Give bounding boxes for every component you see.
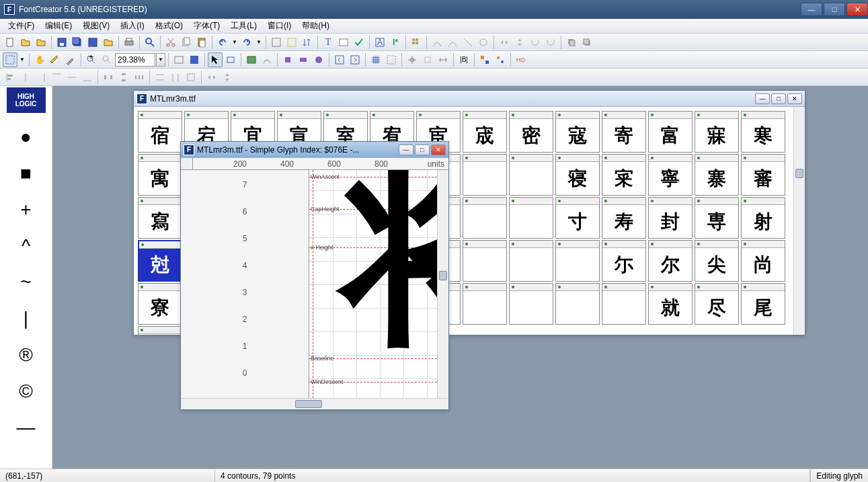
minimize-button[interactable]: — [801,3,822,16]
glyph-cell[interactable] [509,283,553,325]
install-icon[interactable] [101,35,116,50]
glyph-cell[interactable] [509,197,553,239]
shape-sq-icon[interactable] [280,52,295,67]
align-b-icon[interactable] [80,70,95,85]
glyph-cell[interactable]: 寒 [741,111,785,153]
check-icon[interactable] [352,35,366,50]
editor-vscroll[interactable] [437,170,448,398]
menu-help[interactable]: 帮助(H) [297,19,335,33]
contour-icon[interactable] [260,52,274,67]
sample-tilde[interactable]: ~ [7,266,46,298]
glyph-cell[interactable]: 封 [648,197,693,239]
menu-window[interactable]: 窗口(I) [262,19,297,33]
glyph-cell[interactable]: 寫 [138,197,182,239]
editor-window[interactable]: F MTLmr3m.ttf - Simple Glyph Index: $076… [180,141,449,410]
circle-icon[interactable] [476,35,491,50]
prev-icon[interactable] [332,52,347,67]
metrics-icon[interactable] [436,52,450,67]
flip-h-icon[interactable] [497,35,512,50]
same-w-icon[interactable] [153,70,167,85]
glyph-cell[interactable]: 尔 [648,240,693,282]
cut-icon[interactable] [163,35,178,50]
menu-insert[interactable]: 插入(I) [115,19,149,33]
find-icon[interactable] [143,35,157,50]
glyph-cell[interactable]: 寮 [138,283,182,325]
curve2-icon[interactable] [445,35,460,50]
font-max-button[interactable]: □ [771,93,786,104]
same-h-icon[interactable] [168,70,183,85]
glyph-cell[interactable] [509,154,553,196]
center-v-icon[interactable] [220,70,235,85]
glyph-cell[interactable] [555,240,600,282]
close-button[interactable]: ✕ [846,3,868,16]
dropdown-icon[interactable]: ▼ [255,35,263,50]
mode2-icon[interactable] [493,52,508,67]
menu-font[interactable]: 字体(T) [188,19,225,33]
sample-circle[interactable]: ● [7,121,46,153]
open-icon[interactable] [18,35,33,50]
glyph-cell[interactable]: 寇 [555,111,600,153]
select-icon[interactable] [3,52,17,67]
open2-icon[interactable] [34,35,48,50]
glyph-cell[interactable]: 寸 [555,197,600,239]
layer-icon[interactable] [564,35,579,50]
arrow-icon[interactable] [208,52,223,67]
glyph-cell[interactable]: 寨 [695,154,739,196]
dist-eq-icon[interactable] [132,70,147,85]
guides-icon[interactable] [384,52,399,67]
rotate-l-icon[interactable] [528,35,543,50]
zoom-dropdown[interactable]: ▼ [156,53,165,67]
glyph-cell[interactable]: 寿 [602,197,646,239]
glyph-cell[interactable]: 射 [741,197,785,239]
editor-min-button[interactable]: — [399,145,413,155]
glyph-cell[interactable]: 尿 [138,326,182,335]
save-icon[interactable] [54,35,69,50]
flip-v-icon[interactable] [512,35,527,50]
zoom-out-icon[interactable] [100,52,114,67]
sample-caret[interactable]: ^ [7,230,46,262]
dist-h-icon[interactable] [101,70,116,85]
sample-plus[interactable]: + [7,194,46,226]
saveall-icon[interactable] [70,35,85,50]
same-both-icon[interactable] [184,70,198,85]
sample-pipe[interactable]: | [7,303,46,335]
layer2-icon[interactable] [580,35,594,50]
align-l-icon[interactable] [3,70,17,85]
glyph-cell[interactable]: 寧 [648,154,693,196]
shape-circle-icon[interactable] [311,52,326,67]
glyph-cell[interactable]: 就 [648,283,693,325]
glyph-cell[interactable]: 尅 [138,240,182,282]
grid-toggle-icon[interactable] [368,52,383,67]
align-t-icon[interactable] [49,70,64,85]
glyph-cell[interactable]: 寓 [138,154,182,196]
test-icon[interactable]: A [372,35,387,50]
glyph-cell[interactable] [463,154,507,196]
dist-v-icon[interactable] [116,70,131,85]
snap1-icon[interactable] [405,52,420,67]
redo-icon[interactable] [239,35,254,50]
pen-icon[interactable] [48,52,63,67]
font-close-button[interactable]: ✕ [787,93,802,104]
grid-icon[interactable] [409,35,424,50]
glyph-cell[interactable]: 尾 [741,283,785,325]
glyph-cell[interactable]: 寝 [555,154,600,196]
zoom-in-icon[interactable]: + [84,52,99,67]
editor-canvas[interactable]: WinAscent CapHeight x-Height Baseline Wi… [309,170,437,398]
center-h-icon[interactable] [204,70,219,85]
preview-icon[interactable] [336,35,351,50]
glyph-cell[interactable]: 審 [741,154,785,196]
glyph-cell[interactable]: 尖 [695,240,739,282]
editor-max-button[interactable]: □ [415,145,430,155]
glyph-cell[interactable]: 尚 [741,240,785,282]
maximize-button[interactable]: □ [824,3,845,16]
rotate-r-icon[interactable] [543,35,558,50]
dropdown-icon[interactable]: ▼ [18,52,26,67]
menu-format[interactable]: 格式(O) [150,19,188,33]
next-icon[interactable] [348,52,362,67]
glyph-cell[interactable] [463,197,507,239]
mode1-icon[interactable] [477,52,492,67]
align-r-icon[interactable] [34,70,48,85]
glyph-cell[interactable] [555,283,600,325]
align-m-icon[interactable] [65,70,79,85]
text-icon[interactable]: T [321,35,336,50]
